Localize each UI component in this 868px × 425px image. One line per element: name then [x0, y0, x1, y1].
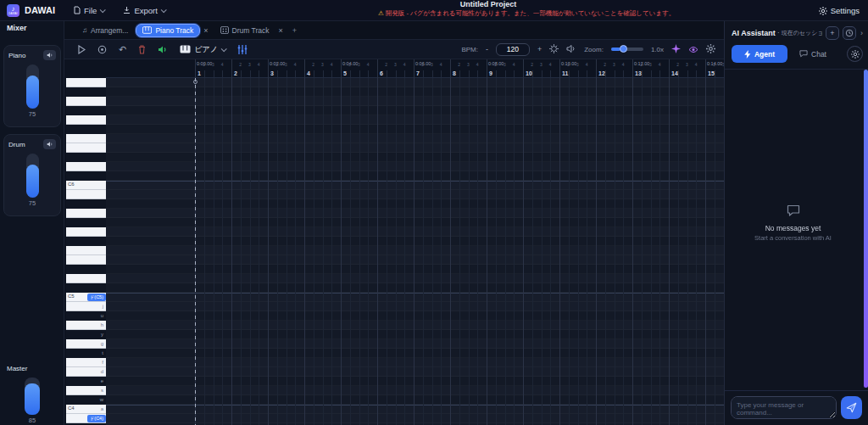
instrument-selector[interactable]: ピアノ: [180, 44, 225, 55]
editor-settings-button[interactable]: [706, 42, 715, 57]
grid-row-Gs4[interactable]: [106, 330, 724, 339]
volume-slider[interactable]: [26, 154, 39, 198]
visibility-button[interactable]: [688, 42, 698, 57]
grid-row-E4[interactable]: [106, 367, 724, 377]
session-history-button[interactable]: [843, 26, 856, 40]
bpm-increase-button[interactable]: +: [537, 45, 542, 53]
mixer-view-button[interactable]: [237, 45, 248, 54]
panel-scrollbar[interactable]: [864, 70, 868, 388]
tab-agent[interactable]: Agent: [732, 45, 787, 63]
grid-row-G6[interactable]: [106, 115, 724, 125]
grid-row-G4[interactable]: [106, 339, 724, 349]
piano-key-C6[interactable]: C6: [66, 181, 106, 190]
grid-row-B4[interactable]: [106, 302, 724, 311]
grid-row-Fs4[interactable]: [106, 349, 724, 358]
timeline-ruler[interactable]: 10:00.00234223430:02.00234423450:04.0023…: [106, 59, 724, 78]
grid-row-Ds6[interactable]: [106, 153, 724, 162]
grid-row-C4[interactable]: [106, 405, 724, 414]
piano-key-B4[interactable]: j: [66, 302, 106, 311]
piano-key-As4[interactable]: u: [66, 311, 106, 321]
grid-row-Fs6[interactable]: [106, 125, 724, 134]
grid-row-D5[interactable]: [106, 274, 724, 283]
grid-row-D6[interactable]: [106, 162, 724, 171]
grid-row-Ds4[interactable]: [106, 377, 724, 386]
piano-key-E5[interactable]: [66, 255, 106, 265]
piano-key-B6[interactable]: [66, 78, 106, 87]
piano-key-Ds5[interactable]: [66, 265, 106, 274]
grid-row-C5[interactable]: [106, 293, 724, 302]
piano-key-G6[interactable]: [66, 115, 106, 125]
mute-button[interactable]: [43, 50, 56, 60]
piano-key-A4[interactable]: h: [66, 321, 106, 330]
settings-button[interactable]: Settings: [819, 0, 860, 21]
grid-row-As6[interactable]: [106, 87, 724, 97]
delete-button[interactable]: [138, 45, 146, 54]
export-menu[interactable]: Export: [123, 6, 164, 15]
audio-preview-toggle[interactable]: [158, 45, 168, 54]
grid-row-E5[interactable]: [106, 255, 724, 265]
grid-row-As5[interactable]: [106, 199, 724, 209]
piano-key-Fs4[interactable]: t: [66, 349, 106, 358]
piano-key-E6[interactable]: [66, 143, 106, 153]
metronome-button[interactable]: [549, 42, 559, 57]
bpm-input[interactable]: [496, 43, 530, 56]
grid-row-Gs6[interactable]: [106, 106, 724, 115]
grid-row-F5[interactable]: [106, 246, 724, 255]
piano-key-F5[interactable]: [66, 246, 106, 255]
note-grid[interactable]: [106, 78, 724, 425]
piano-key-Fs6[interactable]: [66, 125, 106, 134]
volume-button[interactable]: [566, 42, 576, 57]
grid-row-F4[interactable]: [106, 358, 724, 367]
ai-settings-button[interactable]: [847, 46, 863, 62]
collapse-panel-button[interactable]: ›: [860, 29, 863, 37]
piano-key-G5[interactable]: [66, 227, 106, 237]
piano-key-B3[interactable]: ド(C4): [66, 414, 106, 423]
grid-row-C6[interactable]: [106, 181, 724, 190]
grid-row-Cs4[interactable]: [106, 395, 724, 405]
piano-key-D6[interactable]: [66, 162, 106, 171]
piano-key-C5[interactable]: C5ド(C5): [66, 293, 106, 302]
file-menu[interactable]: File: [74, 6, 104, 15]
grid-row-B6[interactable]: [106, 78, 724, 87]
bpm-decrease-button[interactable]: -: [486, 45, 488, 53]
piano-key-D5[interactable]: [66, 274, 106, 283]
piano-key-G4[interactable]: g: [66, 339, 106, 349]
add-tab-button[interactable]: +: [292, 26, 297, 35]
grid-row-As4[interactable]: [106, 311, 724, 321]
grid-row-D4[interactable]: [106, 386, 724, 395]
message-input[interactable]: [731, 396, 837, 419]
master-volume-slider[interactable]: [25, 377, 40, 415]
piano-key-Gs6[interactable]: [66, 106, 106, 115]
piano-key-F6[interactable]: [66, 134, 106, 143]
piano-key-As5[interactable]: [66, 199, 106, 209]
grid-row-Gs5[interactable]: [106, 218, 724, 227]
undo-button[interactable]: ↶: [119, 45, 126, 53]
piano-key-C4[interactable]: C4a: [66, 405, 106, 414]
piano-key-Gs4[interactable]: y: [66, 330, 106, 339]
piano-key-Cs5[interactable]: [66, 283, 106, 293]
grid-row-F6[interactable]: [106, 134, 724, 143]
send-button[interactable]: [841, 396, 862, 419]
tab-drum-track[interactable]: Drum Track: [214, 25, 275, 36]
piano-key-D4[interactable]: s: [66, 386, 106, 395]
piano-key-B5[interactable]: [66, 190, 106, 199]
close-tab-icon[interactable]: ×: [278, 26, 282, 35]
volume-slider[interactable]: [26, 64, 39, 109]
piano-key-Ds6[interactable]: [66, 153, 106, 162]
piano-key-As6[interactable]: [66, 87, 106, 97]
piano-key-E4[interactable]: d: [66, 367, 106, 377]
grid-row-Ds5[interactable]: [106, 265, 724, 274]
grid-row-Cs5[interactable]: [106, 283, 724, 293]
tab-chat[interactable]: Chat: [787, 45, 838, 63]
piano-key-Cs4[interactable]: w: [66, 395, 106, 405]
piano-key-Cs6[interactable]: [66, 171, 106, 181]
close-tab-icon[interactable]: ×: [203, 26, 208, 35]
zoom-slider[interactable]: [611, 48, 643, 51]
grid-row-Fs5[interactable]: [106, 237, 724, 246]
grid-row-A5[interactable]: [106, 209, 724, 218]
record-button[interactable]: [97, 45, 107, 54]
piano-key-Fs5[interactable]: [66, 237, 106, 246]
grid-row-G5[interactable]: [106, 227, 724, 237]
play-button[interactable]: [78, 45, 86, 54]
piano-key-A5[interactable]: [66, 209, 106, 218]
